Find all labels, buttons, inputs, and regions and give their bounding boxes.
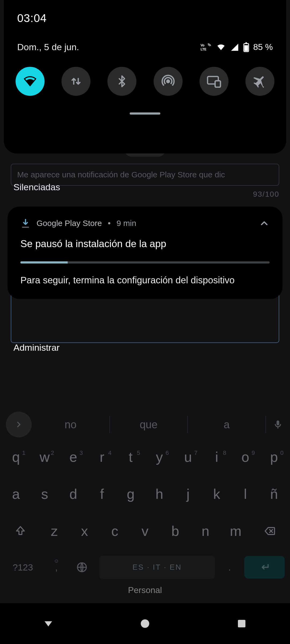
key-w[interactable]: w2 xyxy=(30,449,59,465)
mic-icon[interactable] xyxy=(266,419,290,430)
svg-rect-12 xyxy=(238,620,245,627)
key-s[interactable]: s xyxy=(30,486,59,502)
status-icons: VoLTE 85 % xyxy=(201,42,273,52)
battery-icon xyxy=(243,42,249,52)
expand-suggestions-button[interactable] xyxy=(6,412,32,437)
shade-handle[interactable] xyxy=(130,112,160,115)
download-icon xyxy=(20,218,31,228)
key-e[interactable]: e3 xyxy=(59,449,88,465)
svg-text:LTE: LTE xyxy=(201,47,206,51)
key-o[interactable]: o9 xyxy=(231,449,260,465)
section-silenced: Silenciadas xyxy=(0,166,60,192)
key-t[interactable]: t5 xyxy=(116,449,145,465)
key-y[interactable]: y6 xyxy=(145,449,174,465)
qs-mobile-data[interactable] xyxy=(61,67,90,96)
keyboard-brand: Personal xyxy=(0,585,290,595)
key-h[interactable]: h xyxy=(145,486,174,502)
comma-key[interactable]: ☺ , xyxy=(48,562,64,573)
enter-key[interactable] xyxy=(244,556,285,579)
svg-point-6 xyxy=(167,80,169,83)
key-p[interactable]: p0 xyxy=(260,449,288,465)
shift-key[interactable] xyxy=(2,525,39,537)
qs-bluetooth[interactable] xyxy=(107,67,136,96)
key-d[interactable]: d xyxy=(59,486,88,502)
svg-point-11 xyxy=(141,619,149,628)
symbols-key[interactable]: ?123 xyxy=(5,562,40,573)
home-button[interactable] xyxy=(139,618,151,629)
key-g[interactable]: g xyxy=(116,486,145,502)
notification-body: Para seguir, termina la configuración de… xyxy=(20,275,270,286)
back-button[interactable] xyxy=(43,618,54,629)
language-key[interactable] xyxy=(73,561,91,573)
progress-bar xyxy=(20,261,270,264)
svg-text:Vo: Vo xyxy=(201,43,204,47)
key-q[interactable]: q1 xyxy=(2,449,30,465)
key-x[interactable]: x xyxy=(70,523,100,539)
qs-wifi[interactable] xyxy=(16,67,45,96)
qs-cast[interactable] xyxy=(200,67,229,96)
suggestion[interactable]: a xyxy=(188,416,266,433)
period-key[interactable]: . xyxy=(223,562,236,573)
battery-percent: 85 % xyxy=(253,42,273,52)
cell-signal-icon xyxy=(230,43,239,52)
wifi-icon xyxy=(216,43,226,52)
key-m[interactable]: m xyxy=(220,523,251,539)
key-j[interactable]: j xyxy=(174,486,202,502)
svg-rect-5 xyxy=(244,45,248,51)
key-c[interactable]: c xyxy=(100,523,130,539)
key-ñ[interactable]: ñ xyxy=(260,486,288,502)
notification-title: Se pausó la instalación de la app xyxy=(20,238,270,250)
clock: 03:04 xyxy=(4,0,286,25)
key-l[interactable]: l xyxy=(231,486,260,502)
key-a[interactable]: a xyxy=(2,486,30,502)
backspace-key[interactable] xyxy=(251,525,288,537)
key-f[interactable]: f xyxy=(88,486,116,502)
key-n[interactable]: n xyxy=(190,523,221,539)
svg-rect-8 xyxy=(215,81,220,87)
svg-rect-10 xyxy=(22,227,29,228)
notification-card[interactable]: Google Play Store • 9 min Se pausó la in… xyxy=(8,207,282,299)
key-b[interactable]: b xyxy=(160,523,190,539)
key-v[interactable]: v xyxy=(130,523,160,539)
keyboard: no que a q1w2e3r4t5y6u7i8o9p0 asdfghjklñ… xyxy=(0,411,290,598)
notification-shade: 03:04 Dom., 5 de jun. VoLTE 85 % xyxy=(4,0,286,153)
svg-rect-4 xyxy=(245,42,247,44)
key-u[interactable]: u7 xyxy=(174,449,202,465)
key-k[interactable]: k xyxy=(202,486,231,502)
qs-hotspot[interactable] xyxy=(154,67,183,96)
navigation-bar xyxy=(0,603,290,644)
recents-button[interactable] xyxy=(236,618,247,629)
date: Dom., 5 de jun. xyxy=(17,42,201,52)
volte-icon: VoLTE xyxy=(201,43,212,51)
chevron-up-icon[interactable] xyxy=(259,218,270,229)
notification-time: 9 min xyxy=(117,219,136,228)
key-i[interactable]: i8 xyxy=(202,449,231,465)
key-r[interactable]: r4 xyxy=(88,449,116,465)
spacebar[interactable]: ES · IT · EN xyxy=(99,556,215,579)
suggestion[interactable]: que xyxy=(110,416,188,433)
notification-app-name: Google Play Store xyxy=(37,219,102,228)
key-z[interactable]: z xyxy=(39,523,70,539)
suggestion[interactable]: no xyxy=(32,416,110,433)
qs-airplane[interactable] xyxy=(245,67,274,96)
manage-button[interactable]: Administrar xyxy=(0,327,60,353)
